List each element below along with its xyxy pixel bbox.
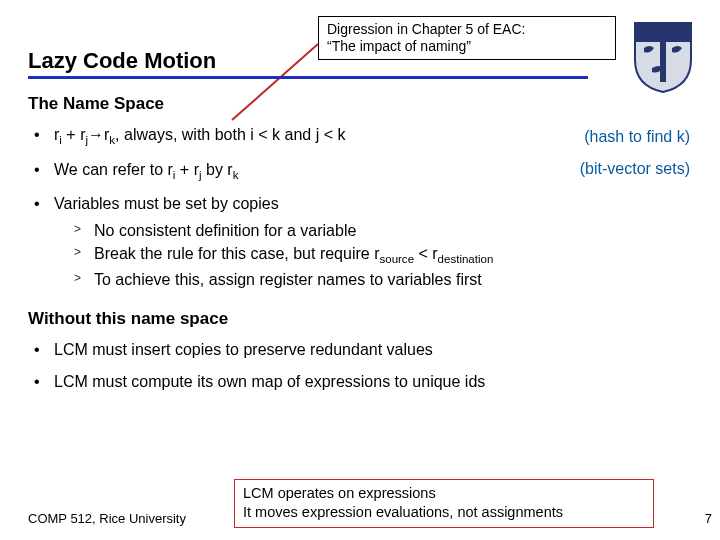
shield-icon [632,20,694,94]
title-underline [28,76,588,79]
footer-course: COMP 512, Rice University [28,511,186,526]
callout-line-1: Digression in Chapter 5 of EAC: [327,21,607,38]
slide: Lazy Code Motion Digression in Chapter 5… [0,0,720,540]
subhead-without: Without this name space [28,309,692,329]
subhead-namespace: The Name Space [28,94,692,114]
bullet-list-2: LCM must insert copies to preserve redun… [32,339,692,392]
bullet-3: Variables must be set by copies No consi… [32,193,692,291]
bullet-list-1: ri + rj→rk, always, with both i < k and … [32,124,692,291]
aside-bitvector: (bit-vector sets) [580,160,690,178]
aside-hash: (hash to find k) [584,128,690,146]
bottom-line-1: LCM operates on expressions [243,484,645,504]
bottom-line-2: It moves expression evaluations, not ass… [243,503,645,523]
page-title: Lazy Code Motion [28,48,216,74]
bullet-c2: LCM must compute its own map of expressi… [32,371,692,393]
page-number: 7 [705,511,712,526]
svg-rect-1 [660,42,666,82]
callout-digression: Digression in Chapter 5 of EAC: “The imp… [318,16,616,60]
sub-3: To achieve this, assign register names t… [74,268,692,291]
sub-1: No consistent definition for a variable [74,219,692,242]
bullet-c1: LCM must insert copies to preserve redun… [32,339,692,361]
sub-2: Break the rule for this case, but requir… [74,242,692,268]
callout-line-2: “The impact of naming” [327,38,607,55]
slide-header: Lazy Code Motion Digression in Chapter 5… [28,16,692,84]
callout-lcm: LCM operates on expressions It moves exp… [234,479,654,528]
sub-list: No consistent definition for a variable … [74,219,692,291]
